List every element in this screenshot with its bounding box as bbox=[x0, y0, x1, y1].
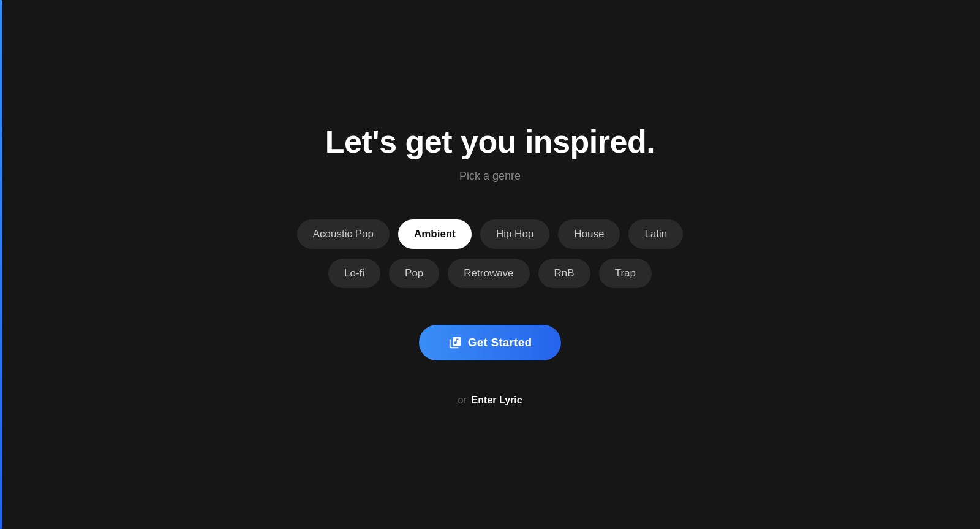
genre-pill-retrowave[interactable]: Retrowave bbox=[448, 259, 529, 288]
get-started-button[interactable]: Get Started bbox=[419, 325, 562, 360]
genre-pill-pop[interactable]: Pop bbox=[389, 259, 439, 288]
genre-pill-trap[interactable]: Trap bbox=[599, 259, 652, 288]
page-container: Let's get you inspired. Pick a genre Aco… bbox=[0, 123, 980, 406]
genre-pill-hip-hop[interactable]: Hip Hop bbox=[480, 219, 549, 249]
left-accent bbox=[0, 0, 2, 529]
genre-row-2: Lo-fi Pop Retrowave RnB Trap bbox=[328, 259, 652, 288]
get-started-icon bbox=[448, 336, 462, 349]
or-text: or bbox=[458, 395, 466, 406]
genre-pill-lo-fi[interactable]: Lo-fi bbox=[328, 259, 380, 288]
genre-pill-rnb[interactable]: RnB bbox=[538, 259, 590, 288]
enter-lyric-link[interactable]: Enter Lyric bbox=[472, 395, 522, 406]
genre-pill-house[interactable]: House bbox=[558, 219, 620, 249]
genre-pill-ambient[interactable]: Ambient bbox=[398, 219, 472, 249]
page-title: Let's get you inspired. bbox=[325, 123, 655, 160]
genre-pill-latin[interactable]: Latin bbox=[628, 219, 683, 249]
genre-container: Acoustic Pop Ambient Hip Hop House Latin… bbox=[297, 219, 684, 288]
enter-lyric-row: or Enter Lyric bbox=[458, 395, 522, 406]
get-started-label: Get Started bbox=[468, 336, 532, 349]
genre-pill-acoustic-pop[interactable]: Acoustic Pop bbox=[297, 219, 390, 249]
genre-row-1: Acoustic Pop Ambient Hip Hop House Latin bbox=[297, 219, 684, 249]
page-subtitle: Pick a genre bbox=[459, 170, 521, 183]
